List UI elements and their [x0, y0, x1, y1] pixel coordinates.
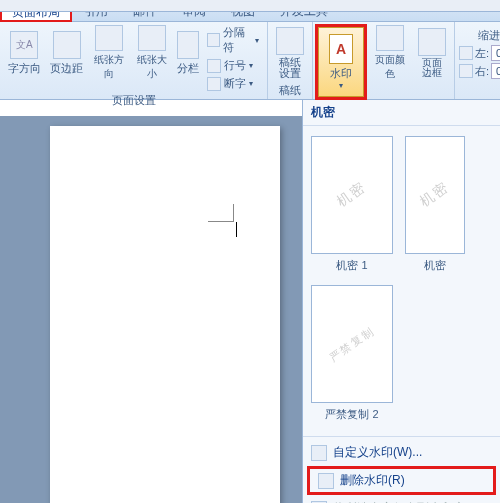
page-borders-icon: [418, 28, 446, 56]
paper-size-button[interactable]: 纸张大小: [131, 24, 171, 82]
indent-left-input[interactable]: 0 字: [491, 45, 500, 61]
hyphenation-button[interactable]: 断字▾: [203, 75, 263, 92]
group-page-setup: 文A字方向 页边距 纸张方向 纸张大小 分栏 分隔符▾ 行号▾ 断字▾ 页面设置: [0, 22, 268, 99]
gallery-item-2[interactable]: 机密 机密: [405, 136, 465, 273]
remove-watermark-highlight: 删除水印(R): [307, 466, 496, 495]
document-page[interactable]: [50, 126, 280, 503]
indent-right-icon: [459, 64, 473, 78]
indent-right-row: 右: 0 字: [459, 63, 500, 79]
text-cursor: [236, 222, 237, 237]
line-numbers-button[interactable]: 行号▾: [203, 57, 263, 74]
page-color-button[interactable]: 页面颜色: [370, 24, 410, 82]
indent-left-row: 左: 0 字: [459, 45, 500, 61]
gallery-header: 机密: [303, 100, 500, 126]
margin-corner: [208, 204, 234, 222]
line-numbers-icon: [207, 59, 221, 73]
ruler: [0, 0, 500, 12]
remove-watermark-item[interactable]: 删除水印(R): [310, 469, 493, 492]
columns-button[interactable]: 分栏: [174, 24, 202, 82]
watermark-button[interactable]: A 水印 ▾: [318, 27, 364, 97]
custom-watermark-icon: [311, 445, 327, 461]
custom-watermark-item[interactable]: 自定义水印(W)...: [303, 441, 500, 464]
watermark-gallery: 机密 机密 机密 1 机密 机密 严禁复制 严禁复制 2 自定义水印(W)...…: [302, 100, 500, 503]
indent-left-icon: [459, 46, 473, 60]
indent-title: 缩进: [459, 28, 500, 43]
group-label-page-setup: 页面设置: [4, 92, 263, 110]
paper-settings-button[interactable]: 稿纸 设置: [272, 24, 308, 82]
gallery-item-3[interactable]: 严禁复制 严禁复制 2: [311, 285, 393, 422]
paper-orientation-button[interactable]: 纸张方向: [89, 24, 129, 82]
watermark-icon: A: [329, 34, 353, 64]
text-direction-button[interactable]: 文A字方向: [4, 24, 44, 82]
gallery-item-1[interactable]: 机密 机密 1: [311, 136, 393, 273]
remove-watermark-icon: [318, 473, 334, 489]
margins-button[interactable]: 页边距: [46, 24, 86, 82]
page-borders-button[interactable]: 页面 边框: [413, 24, 451, 82]
group-page-background: A 水印 ▾ 页面颜色 页面 边框: [313, 22, 455, 99]
group-label-paper: 稿纸: [272, 82, 308, 100]
breaks-button[interactable]: 分隔符▾: [203, 24, 263, 56]
watermark-highlight: A 水印 ▾: [315, 24, 367, 100]
save-watermark-item: 将所选内容保存到水印库(S)...: [303, 497, 500, 503]
hyphenation-icon: [207, 77, 221, 91]
breaks-icon: [207, 33, 220, 47]
group-indent: 缩进 左: 0 字 右: 0 字: [455, 22, 500, 99]
indent-right-input[interactable]: 0 字: [491, 63, 500, 79]
group-paper: 稿纸 设置 稿纸: [268, 22, 313, 99]
ribbon-body: 文A字方向 页边距 纸张方向 纸张大小 分栏 分隔符▾ 行号▾ 断字▾ 页面设置…: [0, 22, 500, 100]
page-color-icon: [376, 25, 404, 51]
